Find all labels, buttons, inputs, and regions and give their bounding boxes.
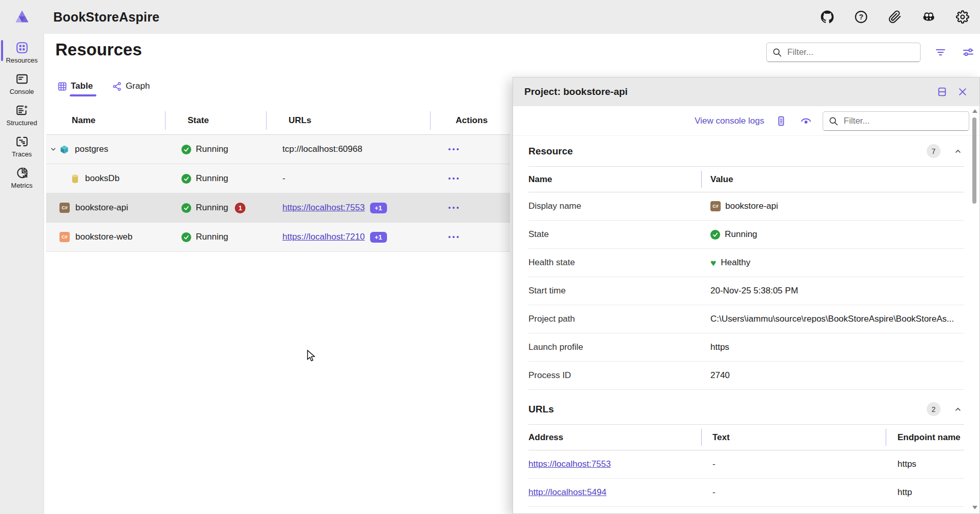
app-header: BookStoreAspire ? [0,0,980,34]
close-icon[interactable] [955,84,970,100]
page-title: Resources [55,40,142,60]
aspire-logo-icon [14,9,30,25]
url-row-http: http://localhost:5494 - http [528,479,964,507]
resource-filter-input[interactable] [787,47,915,57]
split-panel-icon[interactable] [934,84,950,100]
scrollbar-thumb[interactable] [972,117,976,204]
endpoint-url-link[interactable]: https://localhost:7553 [282,203,365,213]
table-row-bookstore-api[interactable]: C# bookstore-api Running 1 https://local… [46,193,510,223]
error-count-badge[interactable]: 1 [235,203,246,213]
more-urls-badge[interactable]: +1 [370,203,387,213]
settings-gear-icon[interactable] [955,10,970,24]
details-panel-toolbar: View console logs [513,106,979,136]
unmask-values-eye-icon[interactable] [798,113,813,129]
chevron-up-icon[interactable] [954,405,962,413]
sidebar-item-traces[interactable]: Traces [0,131,44,162]
details-filter-box [823,111,969,131]
endpoint-url-link[interactable]: https://localhost:7210 [282,232,365,242]
csharp-project-icon: C# [710,201,721,211]
scroll-up-arrow-icon[interactable] [972,109,977,113]
property-row-start-time: Start time 20-Nov-25 5:38:05 PM [528,277,964,305]
state-text: Running [196,203,228,213]
section-count-badge: 7 [927,144,941,158]
copilot-icon[interactable] [922,10,936,24]
search-icon [772,47,782,57]
property-row-project-path: Project path C:\Users\iammu\source\repos… [528,305,964,333]
container-icon [59,145,69,154]
table-row-postgres[interactable]: postgres Running tcp://localhost:60968 [46,135,510,164]
search-icon [828,116,839,126]
running-status-icon [710,230,720,240]
property-row-launch-profile: Launch profile https [528,333,964,362]
app-title: BookStoreAspire [53,10,159,25]
table-row-booksdb[interactable]: booksDb Running - [46,164,510,193]
column-header-state: State [165,107,266,134]
endpoint-url-link[interactable]: https://localhost:7553 [528,459,611,469]
sidebar-item-metrics[interactable]: Metrics [0,162,44,193]
view-console-logs-link[interactable]: View console logs [695,116,764,126]
more-actions-button[interactable] [445,204,462,212]
resources-table: Name State URLs Actions postgres Running [46,107,510,252]
resource-name: booksDb [85,173,119,184]
column-header-endpoint-name: Endpoint name [886,425,964,450]
state-text: Running [196,173,228,184]
running-status-icon [181,145,191,154]
section-title: URLs [528,404,554,415]
filter-types-icon[interactable] [933,45,948,60]
details-filter-input[interactable] [844,116,964,126]
running-status-icon [181,203,191,213]
resource-properties-header: Name Value [528,167,964,192]
scroll-down-arrow-icon[interactable] [972,506,977,509]
traces-icon [15,135,29,148]
running-status-icon [181,232,191,242]
resource-name: postgres [75,144,108,154]
more-actions-button[interactable] [445,174,462,183]
panel-scrollbar[interactable] [971,108,977,510]
property-value: 20-Nov-25 5:38:05 PM [710,286,798,296]
property-row-display-name: Display name C# bookstore-api [528,192,964,221]
url-row-https: https://localhost:7553 - https [528,450,964,479]
log-document-icon[interactable] [773,113,789,129]
state-text: Running [196,144,228,154]
header-icon-group: ? [820,10,970,24]
more-actions-button[interactable] [445,145,462,153]
section-title: Resource [528,146,573,157]
sidebar-item-structured[interactable]: Structured [0,100,44,131]
resource-section-header[interactable]: Resource 7 [528,136,964,167]
resources-filter-bar [766,43,976,62]
sidebar-item-resources[interactable]: Resources [0,37,44,68]
more-urls-badge[interactable]: +1 [370,232,387,243]
resource-name: bookstore-api [75,203,128,213]
tab-graph[interactable]: Graph [111,79,151,96]
tab-label: Graph [126,81,150,91]
urls-section-header[interactable]: URLs 2 [528,394,964,425]
resource-details-panel: Project: bookstore-api View console logs… [513,77,980,514]
sidebar-item-label: Structured [7,119,37,127]
sidebar-item-console[interactable]: Console [0,68,44,100]
console-icon [15,72,29,86]
property-row-process-id: Process ID 2740 [528,362,964,390]
url-text-value: - [701,487,886,498]
github-icon[interactable] [820,10,834,24]
column-header-urls: URLs [266,107,430,134]
running-status-icon [181,174,191,184]
endpoint-url-link[interactable]: http://localhost:5494 [528,487,606,497]
resources-grid-icon [15,41,29,54]
paperclip-icon[interactable] [888,10,902,24]
structured-logs-icon [15,104,29,117]
table-grid-icon [57,82,67,91]
chevron-up-icon[interactable] [954,147,962,155]
section-count-badge: 2 [927,402,941,416]
column-header-actions: Actions [430,107,510,134]
database-icon [71,174,79,184]
property-value: 2740 [710,370,730,381]
more-actions-button[interactable] [445,233,462,241]
visible-columns-sliders-icon[interactable] [961,45,976,60]
help-icon[interactable]: ? [854,10,868,24]
column-header-address: Address [528,425,701,450]
chevron-down-icon[interactable] [49,146,57,153]
column-header-name: Name [528,167,701,192]
table-row-bookstore-web[interactable]: C# bookstore-web Running https://localho… [46,223,510,252]
tab-table[interactable]: Table [56,79,94,96]
svg-text:?: ? [859,13,864,21]
